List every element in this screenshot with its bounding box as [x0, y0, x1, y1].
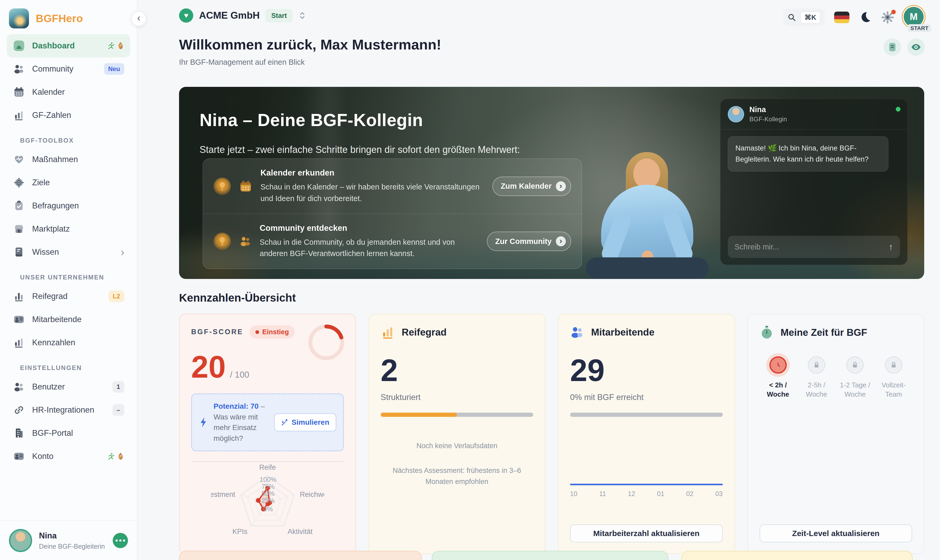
zeit-option-1-2tage[interactable]: 1-2 Tage / Woche — [837, 356, 874, 399]
heart-pulse-icon — [12, 153, 25, 166]
main-content: ♥ ACME GmbH Start ⌘K M START Willkommen … — [137, 0, 940, 560]
page-title: Willkommen zurück, Max Mustermann! — [179, 36, 441, 52]
sidebar-item-ziele[interactable]: Ziele — [7, 171, 130, 194]
divider — [191, 461, 344, 462]
zur-community-button[interactable]: Zur Community › — [487, 232, 571, 251]
lock-icon — [812, 361, 820, 369]
svg-text:Investment: Investment — [211, 491, 236, 499]
sidebar-item-label: Befragungen — [32, 201, 79, 211]
tick-label: 03 — [715, 490, 723, 498]
sidebar-item-befragungen[interactable]: Befragungen — [7, 194, 130, 217]
reifegrad-progress — [381, 412, 533, 417]
step-title: Kalender erkunden — [260, 168, 484, 178]
dashboard-icon — [12, 40, 25, 52]
zeit-option-vollzeit[interactable]: Vollzeit-Team — [875, 356, 912, 399]
search-button[interactable]: ⌘K — [783, 9, 825, 26]
zeit-option-lt2h[interactable]: < 2h / Woche — [760, 356, 797, 399]
sidebar-item-gf-zahlen[interactable]: GF-Zahlen — [7, 104, 130, 127]
reifegrad-note: Noch keine Verlaufsdaten — [381, 442, 533, 450]
notes-icon — [888, 42, 897, 52]
svg-text:75%: 75% — [262, 483, 274, 490]
sidebar-item-label: Kennzahlen — [32, 338, 75, 348]
step-community: Community entdecken Schau in die Communi… — [203, 214, 582, 269]
open-chat-button[interactable] — [113, 533, 128, 548]
sidebar-item-community[interactable]: Community Neu — [7, 57, 130, 80]
settings-gear-button[interactable] — [881, 11, 894, 24]
tick-label: 02 — [686, 490, 693, 498]
avatar-start-label: START — [908, 24, 931, 32]
language-flag-de[interactable] — [834, 12, 849, 23]
svg-text:0%: 0% — [263, 505, 273, 512]
sidebar-item-label: GF-Zahlen — [32, 111, 71, 120]
dark-mode-moon-icon[interactable] — [859, 11, 872, 24]
sidebar-item-hr-integrationen[interactable]: HR-Integrationen – — [7, 398, 130, 422]
runner-icon — [106, 452, 114, 460]
card-title: Mitarbeitende — [591, 327, 655, 338]
sidebar-item-label: Ziele — [32, 178, 50, 188]
lightbulb-icon — [214, 232, 231, 250]
svg-text:50%: 50% — [262, 490, 274, 497]
community-icon — [12, 63, 25, 75]
clock-icon — [774, 360, 783, 369]
card-title: Reifegrad — [402, 327, 447, 338]
svg-text:100%: 100% — [260, 476, 276, 483]
sidebar-item-reifegrad[interactable]: Reifegrad L2 — [7, 285, 130, 308]
target-icon — [12, 176, 25, 189]
wand-icon — [281, 419, 288, 426]
svg-text:KPIs: KPIs — [232, 528, 247, 535]
zeit-option-2-5h[interactable]: 2-5h / Woche — [798, 356, 835, 399]
teaser-card-yellow — [681, 551, 912, 560]
svg-text:Reichweite: Reichweite — [300, 491, 324, 499]
visibility-button[interactable] — [908, 38, 925, 56]
search-icon — [787, 13, 796, 22]
collapse-sidebar-button[interactable]: ‹ — [131, 11, 146, 26]
sidebar-item-benutzer[interactable]: Benutzer 1 — [7, 375, 130, 398]
lock-icon — [890, 361, 898, 369]
maturity-chart-icon — [12, 290, 25, 303]
link-icon — [12, 404, 25, 416]
clipboard-check-icon — [12, 200, 25, 212]
brand-name: BGFHero — [36, 12, 83, 25]
bar-chart-icon — [12, 109, 25, 122]
reifegrad-level: Strukturiert — [381, 392, 533, 402]
hero-subtitle: Starte jetzt – zwei einfache Schritte br… — [200, 144, 520, 155]
company-switcher[interactable]: ♥ ACME GmbH Start — [179, 8, 306, 23]
sidebar-item-dashboard[interactable]: Dashboard — [7, 34, 130, 57]
user-avatar[interactable]: M START — [904, 7, 925, 28]
sidebar-item-konto[interactable]: Konto — [7, 445, 130, 468]
hero-banner: Nina – Deine BGF-Kollegin Starte jetzt –… — [179, 87, 924, 279]
bolt-icon — [199, 417, 208, 428]
sidebar-item-bgf-portal[interactable]: BGF-Portal — [7, 422, 130, 445]
mitarbeitende-sparkline: 10 11 12 01 02 03 — [570, 484, 723, 498]
zeit-card: Meine Zeit für BGF < 2h / Woche 2-5h / W… — [747, 314, 925, 554]
assistant-footer[interactable]: Nina Deine BGF-Begleiterin — [0, 520, 137, 560]
score-status-badge: Einstieg — [250, 325, 294, 339]
card-title: Meine Zeit für BGF — [781, 327, 867, 338]
sidebar-item-mitarbeitende[interactable]: Mitarbeitende — [7, 308, 130, 331]
teaser-card-green — [432, 551, 668, 560]
account-card-icon — [12, 450, 25, 463]
arrow-circle-icon: › — [556, 181, 566, 191]
arrow-circle-icon: › — [556, 236, 566, 246]
sidebar-item-kennzahlen[interactable]: Kennzahlen — [7, 331, 130, 354]
tick-label: 10 — [570, 490, 578, 498]
sidebar-item-kalender[interactable]: Kalender — [7, 80, 130, 104]
book-icon — [12, 246, 25, 258]
zum-kalender-button[interactable]: Zum Kalender › — [492, 177, 571, 196]
simulieren-button[interactable]: Simulieren — [274, 414, 336, 431]
notes-button[interactable] — [884, 38, 901, 56]
sidebar-item-label: Benutzer — [32, 382, 65, 392]
mitarbeitende-value: 29 — [570, 355, 723, 386]
sidebar-item-label: Mitarbeitende — [32, 315, 82, 324]
sidebar-item-massnahmen[interactable]: Maßnahmen — [7, 148, 130, 171]
hero-title: Nina – Deine BGF-Kollegin — [200, 110, 423, 130]
mitarbeiterzahl-aktualisieren-button[interactable]: Mitarbeiterzahl aktualisieren — [570, 525, 723, 542]
sidebar-item-wissen[interactable]: Wissen › — [7, 240, 130, 264]
zeit-level-aktualisieren-button[interactable]: Zeit-Level aktualisieren — [760, 525, 912, 542]
send-icon[interactable]: ↑ — [889, 242, 893, 252]
score-donut-chart — [307, 323, 346, 362]
store-icon — [12, 223, 25, 235]
tick-label: 11 — [599, 490, 606, 498]
chat-input[interactable] — [735, 243, 885, 251]
sidebar-item-marktplatz[interactable]: Marktplatz — [7, 217, 130, 240]
